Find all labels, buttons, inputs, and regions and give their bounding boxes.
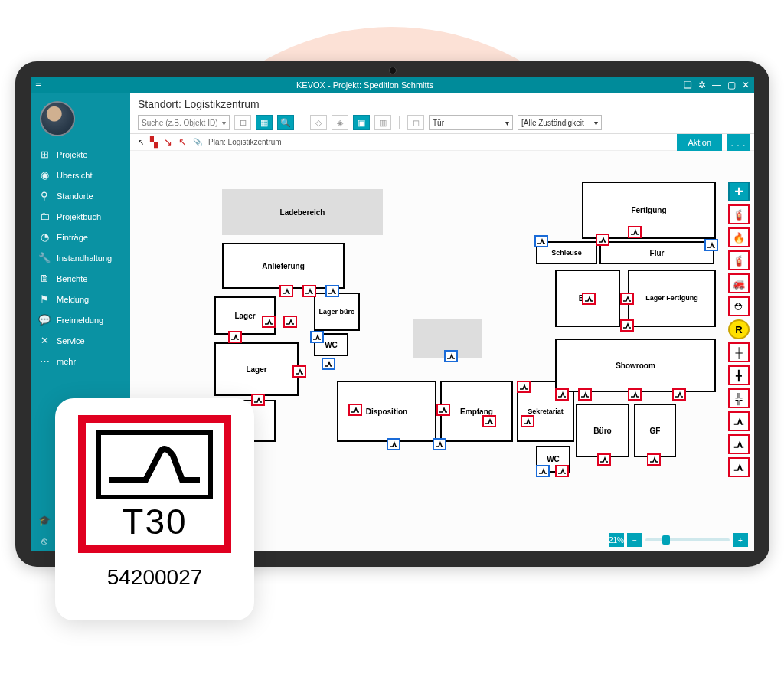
wrench-icon: 🔧	[38, 252, 51, 263]
minimize-icon[interactable]: —	[712, 80, 721, 90]
toolbar: Suche (z.B. Objekt ID) ▾ ⊞ ▦ 🔍 ◇ ◈ ▣ ▥ ◻…	[130, 112, 754, 134]
palette-item[interactable]	[728, 434, 750, 454]
palette-item[interactable]: ┼	[728, 342, 750, 362]
toolbar-btn-8[interactable]: ◻	[407, 115, 424, 130]
plan-marker[interactable]	[436, 404, 450, 416]
plan-marker[interactable]	[322, 358, 335, 370]
room-gf: GF	[634, 404, 676, 457]
zoom-percent[interactable]: 21%	[609, 533, 624, 547]
titlebar: ≡ KEVOX - Projekt: Spedition Schmitts ❑ …	[31, 77, 754, 93]
toolbar-btn-4[interactable]: ◇	[310, 115, 327, 130]
zoom-out-button[interactable]: −	[627, 533, 642, 547]
plan-marker[interactable]	[555, 465, 569, 477]
plan-marker[interactable]	[292, 365, 306, 378]
cursor-tool-icon[interactable]: ↖	[138, 138, 144, 146]
plan-marker[interactable]	[628, 388, 642, 401]
sidebar-item-eintraege[interactable]: ◔Einträge	[31, 227, 130, 247]
sidebar-item-meldung[interactable]: ⚑Meldung	[31, 289, 130, 309]
plan-marker[interactable]	[387, 438, 400, 450]
plan-marker[interactable]	[521, 415, 534, 427]
action-button[interactable]: Aktion	[677, 134, 722, 151]
sidebar-item-projekte[interactable]: ⊞Projekte	[31, 144, 130, 165]
zoom-slider[interactable]	[645, 538, 730, 541]
plan-marker[interactable]	[283, 316, 297, 328]
plan-marker[interactable]	[536, 465, 550, 477]
room-showroom: Showroom	[555, 339, 716, 392]
marker-tool-3-icon[interactable]: ↖	[178, 136, 187, 148]
palette-item[interactable]: 🔥	[728, 227, 750, 247]
sidebar-item-service[interactable]: ✕Service	[31, 330, 130, 351]
sidebar-item-freimeldung[interactable]: 💬Freimeldung	[31, 309, 130, 330]
sidebar-label: Projektbuch	[57, 212, 101, 221]
toolbar-btn-search[interactable]: 🔍	[277, 115, 294, 130]
palette-item[interactable]: 🧯	[728, 204, 750, 224]
close-icon[interactable]: ✕	[742, 80, 750, 90]
plan-marker[interactable]	[578, 388, 592, 401]
sidebar-item-berichte[interactable]: 🗎Berichte	[31, 268, 130, 289]
plan-marker[interactable]	[555, 388, 569, 401]
attach-icon[interactable]: 📎	[193, 138, 202, 146]
t30-card: T30 54200027	[55, 398, 254, 620]
type-select[interactable]: Tür▾	[429, 115, 513, 130]
sidebar-item-mehr[interactable]: ⋯mehr	[31, 351, 130, 371]
plan-marker[interactable]	[596, 234, 609, 246]
plan-marker[interactable]	[228, 331, 242, 343]
plan-marker[interactable]	[620, 293, 634, 305]
plan-marker[interactable]	[279, 285, 293, 297]
plan-marker[interactable]	[534, 235, 548, 247]
palette-item[interactable]: ╋	[728, 365, 750, 385]
plan-toolbar: ↖ ▚ ↘ ↖ 📎 Plan: Logistikzentrum Aktion .…	[130, 134, 754, 151]
plan-marker[interactable]	[582, 293, 596, 305]
search-input[interactable]: Suche (z.B. Objekt ID) ▾	[138, 115, 230, 130]
palette-item[interactable]: ╬	[728, 388, 750, 408]
sidebar-item-standorte[interactable]: ⚲Standorte	[31, 185, 130, 206]
sidebar-label: Standorte	[57, 191, 93, 201]
plan-marker[interactable]	[482, 415, 496, 427]
more-button[interactable]: . . .	[727, 134, 750, 151]
plan-marker[interactable]	[597, 453, 611, 466]
plan-marker[interactable]	[251, 394, 265, 406]
layers-icon[interactable]: ❑	[684, 80, 692, 90]
maximize-icon[interactable]: ▢	[727, 80, 736, 90]
menu-icon[interactable]: ≡	[35, 79, 41, 91]
plan-marker[interactable]	[517, 381, 531, 393]
flag-icon: ⚑	[38, 293, 51, 305]
toolbar-btn-5[interactable]: ◈	[332, 115, 348, 130]
palette-add[interactable]: +	[728, 182, 750, 201]
chevron-down-icon: ▾	[505, 119, 509, 127]
plan-marker[interactable]	[348, 404, 362, 416]
room-ladebereich: Ladebereich	[222, 189, 383, 235]
plan-marker[interactable]	[704, 239, 718, 251]
palette-item[interactable]	[728, 457, 750, 477]
palette-item[interactable]	[728, 411, 750, 431]
plan-marker[interactable]	[302, 285, 316, 297]
plan-marker[interactable]	[620, 319, 634, 332]
palette-item[interactable]: 🧯	[728, 250, 750, 270]
plan-marker[interactable]	[672, 388, 686, 401]
sidebar-item-instandhaltung[interactable]: 🔧Instandhaltung	[31, 247, 130, 268]
avatar[interactable]	[40, 101, 75, 136]
plan-marker[interactable]	[628, 226, 642, 238]
toolbar-btn-qr[interactable]: ▦	[256, 115, 273, 130]
plan-marker[interactable]	[433, 438, 446, 450]
settings-icon[interactable]: ✲	[698, 80, 706, 90]
plan-marker[interactable]	[310, 331, 324, 343]
grid-icon: ⊞	[38, 149, 51, 160]
palette-item[interactable]: 🚒	[728, 273, 750, 293]
plan-marker[interactable]	[444, 350, 458, 362]
sidebar-item-uebersicht[interactable]: ◉Übersicht	[31, 165, 130, 185]
palette-item[interactable]: ⛑	[728, 296, 750, 316]
toolbar-btn-1[interactable]: ⊞	[234, 115, 251, 130]
plan-marker[interactable]	[647, 453, 661, 466]
responsibility-select[interactable]: [Alle Zuständigkeit▾	[518, 115, 602, 130]
marker-tool-1-icon[interactable]: ▚	[150, 136, 158, 148]
sidebar-item-projektbuch[interactable]: 🗀Projektbuch	[31, 206, 130, 227]
chevron-down-icon: ▾	[594, 119, 598, 127]
plan-marker[interactable]	[262, 316, 276, 328]
toolbar-btn-6[interactable]: ▣	[353, 115, 370, 130]
toolbar-btn-7[interactable]: ▥	[374, 115, 391, 130]
plan-marker[interactable]	[325, 285, 339, 297]
marker-tool-2-icon[interactable]: ↘	[164, 136, 172, 148]
palette-item-r[interactable]: R	[728, 319, 750, 339]
zoom-in-button[interactable]: +	[733, 533, 748, 547]
